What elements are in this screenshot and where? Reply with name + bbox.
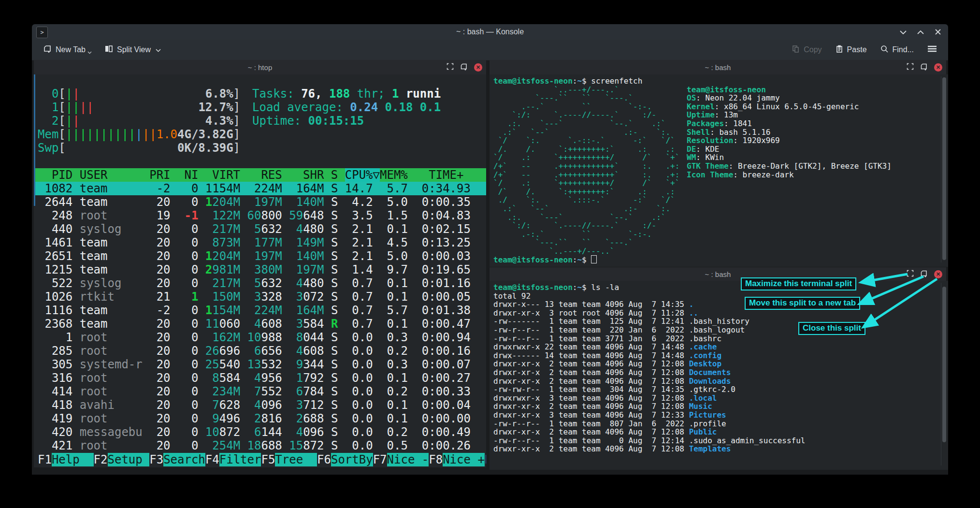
terminal-cursor bbox=[591, 255, 597, 263]
paste-icon bbox=[836, 45, 843, 55]
maximize-split-icon[interactable] bbox=[907, 63, 914, 72]
konsole-window: > ~ : bash — Konsole New Tab bbox=[32, 24, 948, 475]
close-split-icon[interactable]: ✕ bbox=[934, 270, 942, 278]
annotation-move-split: Move this split to a new tab bbox=[745, 297, 860, 310]
search-icon bbox=[880, 45, 889, 55]
htop-pane-title: ~ : htop bbox=[248, 63, 272, 72]
terminal-line: DE: KDE bbox=[687, 145, 892, 154]
terminal-line: 1461 team 20 0 873M 177M 149M S 2.1 4.5 … bbox=[34, 236, 486, 249]
new-tab-dropdown-icon[interactable] bbox=[87, 47, 92, 56]
terminal-line: 285 root 20 0 26696 6656 4608 S 0.0 0.2 … bbox=[34, 344, 486, 358]
htop-function-key-bar[interactable]: F1Help F2Setup F3SearchF4FilterF5Tree F6… bbox=[34, 453, 486, 466]
konsole-app-icon: > bbox=[36, 27, 48, 38]
terminal-line: -rw-rw-r-- 1 team team 304 Aug 7 14:35 .… bbox=[493, 385, 948, 394]
terminal-line: 305 systemd-r 20 0 25540 13532 9344 S 0.… bbox=[34, 358, 486, 371]
bash-bottom-pane-titlebar[interactable]: ~ : bash ✕ bbox=[490, 267, 946, 281]
close-button[interactable] bbox=[933, 27, 943, 37]
move-split-to-new-tab-icon[interactable] bbox=[920, 63, 928, 72]
terminal-line: -rw-r--r-- 1 team team 0 Aug 7 12:14 .su… bbox=[493, 436, 948, 445]
terminal-line: drwxrwxr-x 3 team team 4096 Aug 7 12:08 … bbox=[493, 394, 948, 403]
find-button[interactable]: Find... bbox=[876, 43, 918, 58]
copy-button: Copy bbox=[788, 43, 826, 58]
split-view-icon bbox=[104, 45, 113, 55]
hamburger-icon bbox=[927, 45, 937, 54]
terminal-line: drwxr-xr-x 2 team team 4096 Aug 7 12:08 … bbox=[493, 428, 948, 436]
terminal-line: 248 root 19 -1 122M 60800 59648 S 3.5 1.… bbox=[34, 209, 486, 222]
window-titlebar[interactable]: > ~ : bash — Konsole bbox=[32, 24, 948, 40]
terminal-line: drwxrwxr-x 22 team team 4096 Aug 7 14:48… bbox=[493, 343, 948, 351]
move-split-to-new-tab-icon[interactable] bbox=[460, 63, 468, 72]
terminal-line: drwxr-xr-x 2 team team 4096 Aug 7 12:08 … bbox=[493, 402, 948, 411]
terminal-line: -rw-r--r-- 1 team team 3771 Jan 6 2022 .… bbox=[493, 334, 948, 343]
terminal-line: 2644 team 20 0 1204M 197M 140M S 4.2 5.0… bbox=[34, 195, 486, 209]
terminal-line: 440 syslog 20 0 217M 5632 4480 S 2.1 0.1… bbox=[34, 222, 486, 236]
new-tab-icon bbox=[43, 44, 52, 55]
scrollbar-thumb[interactable] bbox=[942, 287, 946, 442]
terminal-line: Kernel: x86_64 Linux 6.5.0-45-generic bbox=[687, 102, 892, 111]
move-split-to-new-tab-icon[interactable] bbox=[920, 270, 928, 279]
window-title: ~ : bash — Konsole bbox=[456, 28, 524, 36]
terminal-line: drwxr-xr-x 3 root root 4096 Aug 7 11:28 … bbox=[493, 309, 948, 318]
terminal-line bbox=[34, 155, 486, 168]
maximize-button[interactable] bbox=[915, 27, 926, 37]
terminal-line: drwx------ 14 team team 4096 Aug 7 14:48… bbox=[493, 351, 948, 360]
maximize-split-icon[interactable] bbox=[447, 63, 454, 72]
terminal-line: .:` `--` .:- `:. bbox=[493, 204, 948, 213]
bash-top-pane-title: ~ : bash bbox=[705, 63, 731, 72]
terminal-line: `..---+/---..` bbox=[493, 247, 948, 256]
terminal-line: 414 root 20 0 234M 7552 6784 S 0.0 0.2 0… bbox=[34, 385, 486, 398]
htop-terminal[interactable]: 0[|| 6.8%] 1[|||| 12.7%] 2[|| 4.3%]Mem[|… bbox=[34, 74, 486, 467]
terminal-line: -rw------- 1 team team 125 Aug 7 12:41 .… bbox=[493, 317, 948, 326]
terminal-line: 420 messagebu 20 0 10872 6144 4096 S 0.0… bbox=[34, 425, 486, 439]
terminal-line: team@itsfoss-neon:~$ ls -la bbox=[493, 283, 948, 292]
scrollbar-thumb[interactable] bbox=[942, 77, 946, 260]
terminal-line: -rw-r--r-- 1 team team 220 Jan 6 2022 .b… bbox=[493, 326, 948, 334]
terminal-line: Swp[ 0K/8.39G] bbox=[34, 141, 486, 155]
terminal-line: /` /. `:++++++++:` .: .: bbox=[493, 188, 948, 196]
new-tab-button[interactable]: New Tab bbox=[39, 42, 96, 58]
terminal-line: 418 avahi 20 0 7628 4096 3712 S 0.0 0.1 … bbox=[34, 398, 486, 412]
terminal-line: -rw-r--r-- 1 team team 807 Jan 6 2022 .p… bbox=[493, 420, 948, 428]
terminal-line: OS: Neon 22.04 jammy bbox=[687, 94, 892, 102]
main-toolbar: New Tab Split View Copy bbox=[32, 40, 948, 60]
close-split-icon[interactable]: ✕ bbox=[474, 63, 482, 72]
annotation-close-split: Close this split bbox=[798, 322, 865, 335]
terminal-line: drwxr-xr-x 2 team team 4096 Aug 7 12:08 … bbox=[493, 377, 948, 386]
terminal-line: 1026 rtkit 21 1 150M 3328 3072 S 0.7 0.1… bbox=[34, 290, 486, 304]
split-view-dropdown-icon[interactable] bbox=[156, 45, 161, 54]
scrollbar-track[interactable] bbox=[941, 76, 947, 262]
terminal-line: team@itsfoss-neon:~$ bbox=[493, 255, 948, 264]
paste-button[interactable]: Paste bbox=[831, 43, 871, 58]
terminal-line: .:. `---` `--.` .:` bbox=[493, 213, 948, 222]
terminal-line: drwxr-x--- 13 team team 4096 Aug 7 14:35… bbox=[493, 300, 948, 309]
terminal-line: `---.`` `` `---.` bbox=[493, 238, 948, 247]
terminal-line: 421 root 20 0 254M 18688 15872 S 0.0 0.5… bbox=[34, 439, 486, 452]
terminal-line: Shell: bash 5.1.16 bbox=[687, 128, 892, 137]
bash-bottom-terminal[interactable]: team@itsfoss-neon:~$ ls -latotal 92drwxr… bbox=[490, 281, 948, 470]
split-view-button[interactable]: Split View bbox=[100, 43, 165, 57]
terminal-line: 1116 team -2 0 1154M 224M 164M S 0.7 5.7… bbox=[34, 304, 486, 317]
terminal-line: 2651 team 20 0 1204M 197M 140M S 2.1 5.0… bbox=[34, 249, 486, 263]
terminal-line: team@itsfoss-neon:~$ screenfetch bbox=[493, 77, 948, 86]
terminal-line: drwxr-xr-x 2 team team 4096 Aug 7 12:08 … bbox=[493, 360, 948, 368]
terminal-line: ./ `:. `.:::-.` -:` `/` bbox=[493, 196, 948, 204]
bash-top-pane-titlebar[interactable]: ~ : bash ✕ bbox=[490, 60, 946, 75]
htop-pane-titlebar[interactable]: ~ : htop ✕ bbox=[34, 60, 486, 75]
bash-top-terminal[interactable]: team@itsfoss-neon:~$ screenfetch `..---+… bbox=[490, 74, 948, 267]
terminal-line: 1082 team -2 0 1154M 224M 164M S 14.7 5.… bbox=[34, 182, 486, 195]
terminal-line: `:/: `.----//----.` :/- bbox=[493, 221, 948, 230]
menu-button[interactable] bbox=[923, 43, 941, 57]
terminal-line: `/ .: `+++++++++++/ /` `+` bbox=[493, 179, 948, 188]
minimize-button[interactable] bbox=[898, 27, 908, 37]
close-split-icon[interactable]: ✕ bbox=[934, 63, 942, 72]
terminal-line: total 92 bbox=[493, 292, 948, 301]
terminal-line: Resolution: 1920x969 bbox=[687, 136, 892, 145]
terminal-line: .-:.` `` `-:-. bbox=[493, 230, 948, 239]
terminal-line: Uptime: 00:15:15 bbox=[248, 114, 441, 128]
terminal-line: Tasks: 76, 188 thr; 1 runni bbox=[248, 87, 441, 101]
scrollbar-track[interactable] bbox=[941, 283, 947, 465]
terminal-line: team@itsfoss-neon bbox=[687, 86, 892, 94]
terminal-line: Load average: 0.24 0.18 0.1 bbox=[248, 101, 441, 114]
maximize-split-icon[interactable] bbox=[907, 270, 914, 278]
terminal-line: PID USER PRI NI VIRT RES SHR S CPU%▽MEM%… bbox=[34, 168, 486, 182]
